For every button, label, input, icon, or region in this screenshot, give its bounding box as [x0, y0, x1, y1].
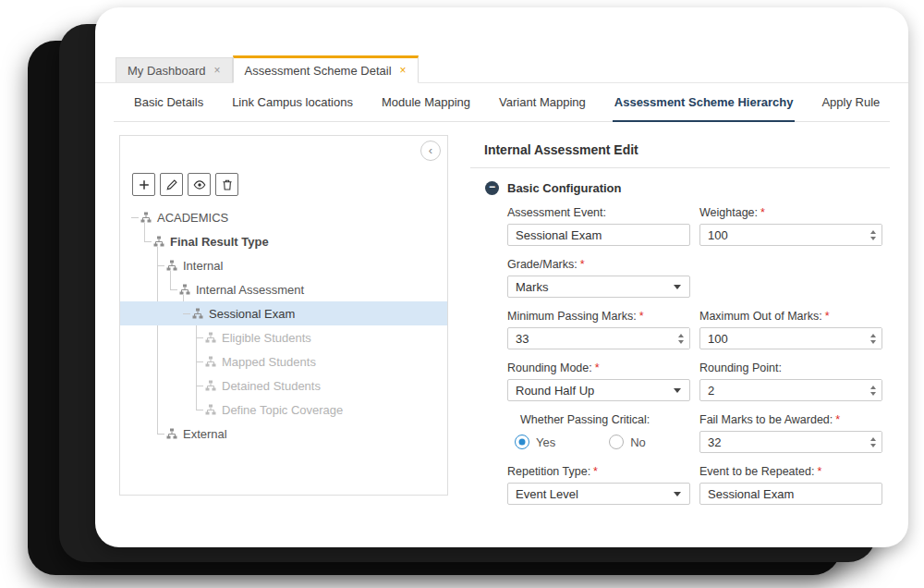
fail-marks-label: Fail Marks to be Awarded:* [699, 413, 882, 426]
tree-item-mapped-students[interactable]: Mapped Students [120, 349, 447, 374]
tree-item-external[interactable]: External [120, 422, 447, 446]
tree-node-icon [192, 308, 203, 319]
rounding-point-label: Rounding Point: [699, 361, 882, 374]
tree-node-icon [140, 212, 152, 223]
grade-marks-field: Grade/Marks:* Marks [507, 258, 690, 298]
plus-icon [138, 178, 151, 191]
spinner-down-icon[interactable] [870, 392, 876, 396]
tree-item-academics[interactable]: ACADEMICS [120, 205, 447, 229]
spinner-down-icon[interactable] [870, 340, 876, 344]
close-icon[interactable]: × [400, 65, 407, 76]
tree-node-icon [153, 236, 164, 247]
spinner-down-icon[interactable] [678, 340, 684, 344]
event-to-be-repeated-label: Event to be Repeated:* [699, 465, 882, 478]
nav-module-mapping[interactable]: Module Mapping [380, 83, 472, 122]
rounding-mode-field: Rounding Mode:* Round Half Up [507, 361, 690, 401]
minimum-passing-marks-input[interactable] [507, 327, 690, 349]
edit-form-panel: Internal Assessment Edit − Basic Configu… [470, 135, 890, 521]
tree-item-internal[interactable]: Internal [120, 253, 447, 277]
main-window: My Dashboard × Assessment Scheme Detail … [95, 7, 908, 547]
fail-marks-input[interactable] [699, 431, 882, 453]
tab-assessment-scheme-detail[interactable]: Assessment Scheme Detail × [233, 55, 419, 83]
required-mark: * [825, 310, 830, 323]
weightage-field: Weightage:* [699, 206, 882, 246]
required-mark: * [835, 413, 840, 426]
tree-item-detained-students[interactable]: Detained Students [120, 374, 447, 398]
hierarchy-tree: ACADEMICS Final Result Type Internal [120, 205, 447, 446]
add-node-button[interactable] [132, 173, 155, 196]
radio-yes[interactable]: Yes [515, 435, 555, 449]
maximum-out-of-marks-field: Maximum Out of Marks:* [699, 310, 882, 349]
collapse-section-icon[interactable]: − [485, 181, 499, 195]
tree-item-label: Define Topic Coverage [222, 403, 343, 417]
maximum-out-of-marks-input[interactable] [699, 327, 882, 349]
spinner-down-icon[interactable] [870, 237, 876, 240]
spinner-buttons[interactable] [865, 380, 881, 400]
close-icon[interactable]: × [214, 65, 221, 76]
nav-basic-details[interactable]: Basic Details [132, 83, 205, 122]
spinner-up-icon[interactable] [870, 230, 876, 234]
tree-node-icon [166, 428, 177, 439]
spinner-up-icon[interactable] [678, 334, 684, 337]
required-mark: * [580, 258, 585, 271]
event-to-be-repeated-input[interactable] [699, 483, 882, 505]
required-mark: * [817, 465, 821, 478]
nav-link-campus-locations[interactable]: Link Campus locations [230, 83, 355, 122]
document-tabstrip: My Dashboard × Assessment Scheme Detail … [95, 55, 908, 83]
required-mark: * [593, 465, 598, 478]
repetition-type-select[interactable]: Event Level [507, 483, 690, 505]
tree-item-label: Eligible Students [222, 331, 311, 345]
grade-marks-label: Grade/Marks:* [507, 258, 690, 271]
radio-no[interactable]: No [609, 435, 646, 449]
repetition-type-label: Repetition Type:* [507, 465, 690, 478]
tab-label: My Dashboard [128, 64, 206, 78]
tree-item-define-topic-coverage[interactable]: Define Topic Coverage [120, 398, 447, 422]
delete-node-button[interactable] [215, 173, 238, 196]
select-value: Marks [516, 280, 548, 294]
tab-my-dashboard[interactable]: My Dashboard × [116, 57, 233, 82]
tree-item-label: Mapped Students [222, 355, 316, 369]
assessment-event-input[interactable] [507, 224, 690, 246]
rounding-point-input[interactable] [699, 379, 882, 401]
minimum-passing-marks-label: Minimum Passing Marks:* [507, 310, 690, 323]
select-value: Event Level [516, 487, 578, 501]
spinner-up-icon[interactable] [870, 386, 876, 389]
basic-configuration-section-header: − Basic Configuration [485, 181, 890, 195]
tree-item-sessional-exam[interactable]: Sessional Exam [120, 301, 447, 325]
tree-item-final-result-type[interactable]: Final Result Type [120, 229, 447, 253]
section-nav: Basic Details Link Campus locations Modu… [114, 83, 890, 122]
nav-assessment-scheme-hierarchy[interactable]: Assessment Scheme Hierarchy [613, 83, 796, 122]
required-mark: * [760, 206, 765, 219]
page: My Dashboard × Assessment Scheme Detail … [0, 0, 924, 588]
nav-variant-mapping[interactable]: Variant Mapping [497, 83, 588, 122]
radio-no-control[interactable] [609, 435, 624, 449]
view-node-button[interactable] [188, 173, 211, 196]
spinner-buttons[interactable] [673, 328, 689, 349]
rounding-point-field: Rounding Point: [699, 361, 882, 401]
rounding-mode-select[interactable]: Round Half Up [507, 379, 690, 401]
tree-node-icon [179, 284, 190, 295]
nav-apply-rule[interactable]: Apply Rule [820, 83, 881, 122]
spinner-up-icon[interactable] [870, 437, 876, 441]
chevron-left-icon: ‹ [429, 143, 432, 157]
edit-node-button[interactable] [160, 173, 183, 196]
chevron-down-icon [674, 285, 681, 289]
tree-node-icon [205, 332, 216, 343]
radio-yes-control[interactable] [515, 435, 529, 449]
spinner-buttons[interactable] [865, 432, 881, 452]
required-mark: * [639, 310, 644, 323]
spinner-buttons[interactable] [865, 328, 881, 349]
grade-marks-select[interactable]: Marks [507, 276, 690, 298]
section-title: Basic Configuration [507, 181, 622, 195]
select-value: Round Half Up [516, 384, 594, 398]
eye-icon [193, 178, 206, 191]
spinner-up-icon[interactable] [870, 334, 876, 337]
weightage-input[interactable] [699, 224, 882, 246]
tree-item-internal-assessment[interactable]: Internal Assessment [120, 277, 447, 301]
spinner-down-icon[interactable] [870, 444, 876, 447]
spinner-buttons[interactable] [865, 225, 881, 245]
panel-collapse-button[interactable]: ‹ [420, 141, 441, 161]
required-mark: * [595, 361, 600, 374]
repetition-type-field: Repetition Type:* Event Level [507, 465, 690, 505]
tree-item-eligible-students[interactable]: Eligible Students [120, 325, 447, 349]
